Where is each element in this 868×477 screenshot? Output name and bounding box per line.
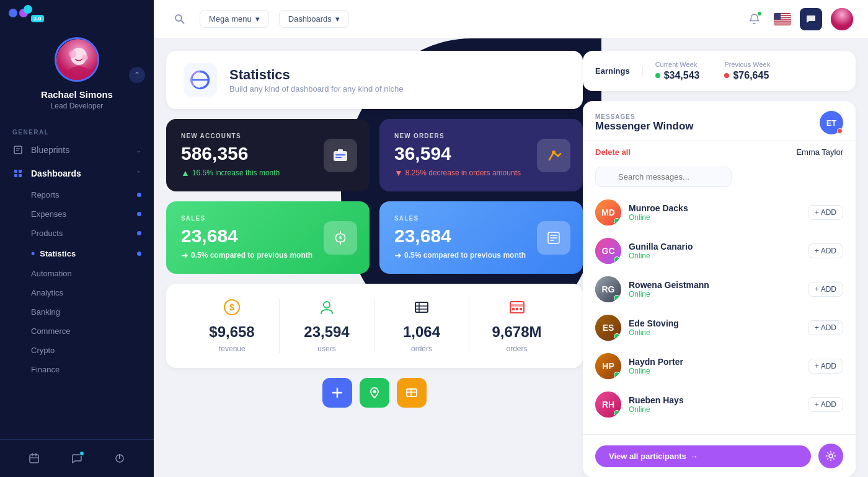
- contact-info-3: Ede Stoving Online: [629, 318, 800, 337]
- sidebar-subitem-analytics[interactable]: Analytics: [0, 283, 154, 302]
- messenger-section-label: MESSAGES: [595, 113, 694, 120]
- svg-rect-50: [512, 308, 515, 310]
- active-user-name: Emma Taylor: [796, 147, 843, 157]
- add-action-button[interactable]: [322, 378, 352, 408]
- metric-orders: 1,064 orders: [374, 299, 469, 353]
- sidebar-subitem-crypto[interactable]: Crypto: [0, 341, 154, 360]
- svg-rect-49: [510, 304, 524, 307]
- current-week-dot: [655, 73, 660, 78]
- svg-point-43: [324, 302, 330, 308]
- add-contact-btn-1[interactable]: + ADD: [808, 243, 843, 258]
- sidebar-subitem-commerce[interactable]: Commerce: [0, 322, 154, 341]
- svg-point-35: [552, 151, 556, 154]
- svg-point-28: [831, 8, 853, 30]
- right-panel: Earnings Current Week $34,543 Previous W…: [583, 51, 856, 477]
- contact-item-3[interactable]: ES Ede Stoving Online + ADD: [589, 309, 849, 347]
- sidebar-subitem-statistics[interactable]: • Statistics: [0, 243, 154, 264]
- statistics-dot: [137, 252, 141, 256]
- dashboards-button[interactable]: Dashboards ▾: [279, 10, 349, 28]
- svg-rect-51: [516, 308, 518, 310]
- metric-users: 23,594 users: [280, 299, 374, 353]
- metrics-card: $ $9,658 revenue 23,594 users 1,0: [166, 284, 583, 368]
- sidebar-section-general: GENERAL: [0, 123, 154, 138]
- sidebar-subitem-products[interactable]: Products: [0, 224, 154, 243]
- svg-rect-56: [407, 389, 417, 396]
- user-role: Lead Developer: [51, 102, 104, 110]
- chat-icon-btn[interactable]: [67, 449, 87, 468]
- arrow-right-icon: →: [690, 452, 698, 461]
- svg-rect-52: [520, 308, 522, 310]
- contact-name-1: Gunilla Canario: [629, 242, 800, 252]
- blueprints-label: Blueprints: [31, 145, 69, 155]
- flat-arrow-icon-2: ➜: [394, 250, 402, 260]
- location-action-button[interactable]: [360, 378, 389, 408]
- topbar-user-avatar[interactable]: [831, 8, 853, 30]
- sidebar-item-dashboards[interactable]: Dashboards ⌃: [0, 162, 154, 185]
- add-contact-btn-5[interactable]: + ADD: [808, 397, 843, 412]
- orders2-icon: [508, 299, 526, 320]
- sidebar-subitem-banking[interactable]: Banking: [0, 302, 154, 322]
- contact-online-dot-0: [614, 218, 620, 224]
- calendar-icon-btn[interactable]: [24, 449, 44, 468]
- power-icon-btn[interactable]: [110, 449, 130, 468]
- contact-online-dot-1: [614, 256, 620, 263]
- add-contact-btn-0[interactable]: + ADD: [808, 205, 843, 220]
- topbar-chat-btn[interactable]: [800, 8, 822, 30]
- topbar-right: [743, 8, 853, 30]
- svg-rect-31: [334, 151, 347, 161]
- message-search-input[interactable]: [595, 167, 732, 187]
- revenue-icon: $: [223, 299, 241, 320]
- messenger-title: Messenger Window: [595, 120, 694, 133]
- sidebar-collapse-button[interactable]: ⌃: [129, 67, 145, 83]
- main-content: Mega menu ▾ Dashboards ▾: [154, 0, 868, 477]
- earnings-card: Earnings Current Week $34,543 Previous W…: [583, 51, 856, 91]
- stat-card-sales-green: SALES 23,684 ➜ 0.5% compared to previous…: [166, 201, 370, 274]
- contact-item-1[interactable]: GC Gunilla Canario Online + ADD: [589, 232, 849, 270]
- contact-item-5[interactable]: RH Rueben Hays Online + ADD: [589, 385, 849, 424]
- settings-button[interactable]: [818, 444, 843, 468]
- contact-status-1: Online: [629, 252, 800, 260]
- contact-name-5: Rueben Hays: [629, 395, 800, 405]
- logo-circle-blue: [9, 9, 17, 17]
- sidebar-subitem-finance[interactable]: Finance: [0, 360, 154, 379]
- sidebar-subitem-expenses[interactable]: Expenses: [0, 204, 154, 224]
- mega-menu-button[interactable]: Mega menu ▾: [200, 10, 269, 28]
- page-subtitle: Build any kind of dashboard for any kind…: [229, 84, 403, 94]
- contact-avatar-2: RG: [595, 276, 621, 302]
- stat-card-sales-blue: SALES 23,684 ➜ 0.5% compared to previous…: [379, 201, 583, 274]
- svg-rect-25: [774, 21, 791, 22]
- view-all-participants-button[interactable]: View all participants →: [595, 445, 811, 467]
- metric-orders2: 9,678M orders: [469, 299, 564, 353]
- add-contact-btn-3[interactable]: + ADD: [808, 320, 843, 335]
- sidebar-top: 3.0 ⌃: [0, 0, 154, 123]
- down-arrow-icon: ▼: [394, 168, 403, 178]
- active-user-avatar[interactable]: ET: [820, 111, 843, 134]
- topbar: Mega menu ▾ Dashboards ▾: [154, 0, 868, 38]
- search-icon-btn[interactable]: [169, 9, 190, 30]
- table-action-button[interactable]: [397, 378, 427, 408]
- svg-rect-27: [774, 13, 781, 20]
- orders2-label: orders: [506, 344, 527, 353]
- svg-rect-48: [510, 302, 524, 313]
- delete-all-button[interactable]: Delete all: [595, 147, 631, 157]
- stat-card-new-accounts: NEW ACCOUNTS 586,356 ▲ 16.5% increase th…: [166, 119, 370, 191]
- header-card-text: Statistics Build any kind of dashboard f…: [229, 67, 403, 94]
- sidebar-subitem-automation[interactable]: Automation: [0, 264, 154, 283]
- svg-rect-26: [774, 23, 791, 24]
- svg-text:RG: RG: [602, 284, 615, 294]
- contact-item-2[interactable]: RG Rowena Geistmann Online + ADD: [589, 270, 849, 309]
- add-contact-btn-2[interactable]: + ADD: [808, 282, 843, 297]
- sidebar-subitem-reports[interactable]: Reports: [0, 185, 154, 204]
- notification-bell-btn[interactable]: [743, 8, 765, 30]
- add-contact-btn-4[interactable]: + ADD: [808, 359, 843, 374]
- svg-text:$: $: [229, 302, 234, 312]
- stats-grid: NEW ACCOUNTS 586,356 ▲ 16.5% increase th…: [166, 119, 583, 274]
- language-flag[interactable]: [774, 13, 791, 25]
- contact-item-4[interactable]: HP Haydn Porter Online + ADD: [589, 347, 849, 385]
- logo-circle-teal: [24, 5, 32, 14]
- contact-info-5: Rueben Hays Online: [629, 395, 800, 414]
- previous-week-dot: [724, 73, 729, 78]
- contact-item-0[interactable]: MD Munroe Dacks Online + ADD: [589, 193, 849, 232]
- svg-text:$: $: [339, 235, 342, 240]
- sidebar-item-blueprints[interactable]: Blueprints ⌄: [0, 138, 154, 162]
